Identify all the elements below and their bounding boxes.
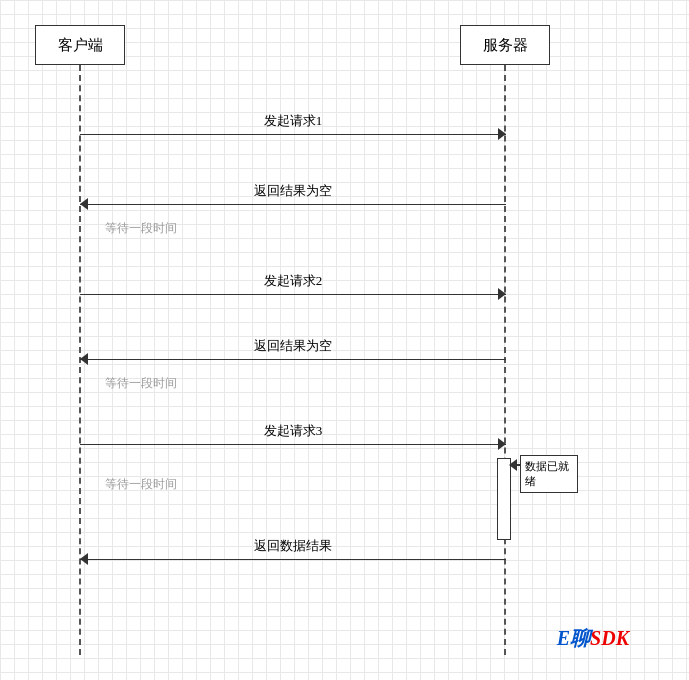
wait-label-1: 等待一段时间 <box>105 220 177 237</box>
message-6: 返回数据结果 <box>80 553 506 567</box>
msg1-label: 发起请求1 <box>264 112 323 130</box>
actor-client: 客户端 <box>35 25 125 65</box>
message-5: 发起请求3 <box>80 438 506 452</box>
msg2-label: 返回结果为空 <box>254 182 332 200</box>
brand-label: E聊SDK <box>557 625 629 652</box>
msg5-label: 发起请求3 <box>264 422 323 440</box>
wait-label-2: 等待一段时间 <box>105 375 177 392</box>
msg3-label: 发起请求2 <box>264 272 323 290</box>
msg6-label: 返回数据结果 <box>254 537 332 555</box>
brand-suffix: SDK <box>590 627 629 649</box>
message-1: 发起请求1 <box>80 128 506 142</box>
message-2: 返回结果为空 <box>80 198 506 212</box>
wait-label-3: 等待一段时间 <box>105 476 177 493</box>
msg4-label: 返回结果为空 <box>254 337 332 355</box>
brand-prefix: E聊 <box>557 627 590 649</box>
note-data-ready: 数据已就绪 <box>520 455 578 493</box>
message-4: 返回结果为空 <box>80 353 506 367</box>
actor-server: 服务器 <box>460 25 550 65</box>
note-arrowhead <box>509 459 517 471</box>
message-3: 发起请求2 <box>80 288 506 302</box>
diagram-area: 客户端 服务器 发起请求1 返回结果为空 等待一段时间 发起请求2 返回结果为空… <box>0 0 689 680</box>
